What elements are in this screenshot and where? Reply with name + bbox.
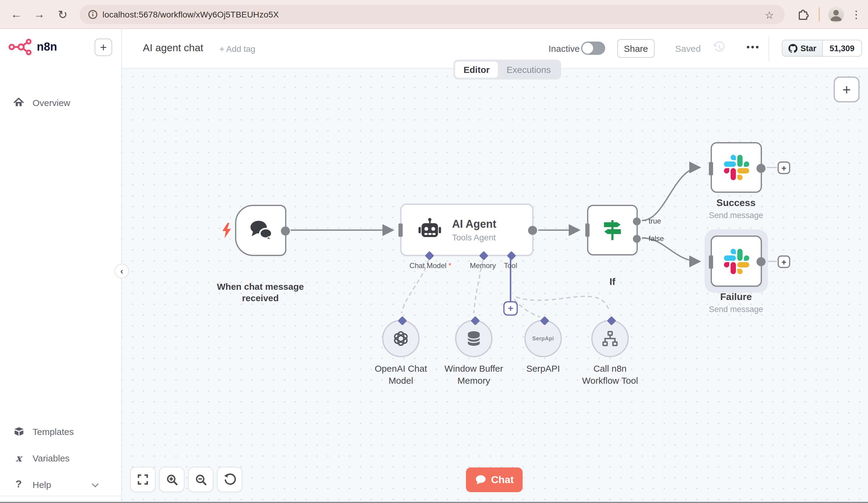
robot-icon xyxy=(417,217,442,242)
chat-button-label: Chat xyxy=(491,474,514,486)
input-port[interactable] xyxy=(709,255,713,269)
output-port-false[interactable] xyxy=(633,235,641,243)
new-workflow-button[interactable]: + xyxy=(95,39,112,56)
input-port[interactable] xyxy=(399,223,403,237)
zoom-in-button[interactable] xyxy=(159,467,185,492)
box-icon xyxy=(12,426,25,437)
sidebar-item-help[interactable]: ? Help xyxy=(0,475,122,493)
node-title: AI Agent xyxy=(452,218,496,230)
node-label-text: Success xyxy=(716,198,756,208)
workflow-menu-icon[interactable]: ●●● xyxy=(744,40,762,54)
node-label: When chat message received xyxy=(200,281,321,304)
n8n-logo[interactable]: n8n xyxy=(8,37,57,56)
node-chat-trigger[interactable] xyxy=(235,205,286,256)
node-subtitle: Tools Agent xyxy=(452,232,496,242)
output-label-false: false xyxy=(649,234,664,243)
add-next-node-button[interactable]: + xyxy=(778,161,790,174)
input-port[interactable] xyxy=(709,162,713,175)
output-port[interactable] xyxy=(281,227,290,235)
chat-bubbles-icon xyxy=(247,218,275,242)
subnode-label: SerpAPI xyxy=(510,363,576,374)
share-label: Share xyxy=(624,43,648,54)
version-history-icon xyxy=(712,41,726,56)
logo-text: n8n xyxy=(37,40,57,54)
node-success[interactable] xyxy=(711,142,762,193)
sidebar-collapse-button[interactable]: ‹ xyxy=(114,264,129,278)
browser-reload-icon[interactable]: ↻ xyxy=(54,0,72,29)
node-label: Failure Send message xyxy=(691,291,781,315)
sidebar-item-label: Templates xyxy=(32,426,74,437)
node-sublabel: Send message xyxy=(691,210,781,221)
add-tag-button[interactable]: + Add tag xyxy=(219,44,255,54)
add-next-node-button[interactable]: + xyxy=(778,255,790,268)
bookmark-star-icon[interactable]: ☆ xyxy=(765,9,774,22)
sidebar-item-label: Variables xyxy=(32,453,70,463)
trigger-bolt-icon xyxy=(220,222,233,242)
browser-back-icon[interactable]: ← xyxy=(7,0,25,29)
output-port-true[interactable] xyxy=(633,218,641,225)
sidebar-item-templates[interactable]: Templates xyxy=(0,422,122,440)
subnode-serpapi[interactable]: SerpApi xyxy=(524,320,562,357)
sidebar-item-variables[interactable]: x Variables xyxy=(0,449,122,467)
node-label: Success Send message xyxy=(691,197,781,221)
node-label-text: Failure xyxy=(720,292,752,302)
subnode-openai-chat-model[interactable] xyxy=(382,320,420,357)
sidebar-item-overview[interactable]: Overview xyxy=(0,93,122,112)
slack-icon xyxy=(724,155,749,180)
n8n-logo-icon xyxy=(8,37,32,56)
workflow-title[interactable]: AI agent chat xyxy=(143,42,203,54)
view-tabs: Editor Executions xyxy=(453,60,561,80)
activate-toggle[interactable] xyxy=(581,42,605,55)
port-label-tool: Tool xyxy=(480,261,541,270)
node-sublabel: Send message xyxy=(691,304,781,315)
add-tool-button[interactable]: + xyxy=(503,301,518,316)
node-if[interactable] xyxy=(587,205,638,255)
node-failure[interactable] xyxy=(711,235,762,287)
chat-button[interactable]: Chat xyxy=(466,468,523,492)
github-star-label: Star xyxy=(800,44,816,53)
header-divider xyxy=(768,36,769,61)
zoom-in-icon xyxy=(165,473,178,486)
extensions-icon[interactable] xyxy=(797,8,809,23)
subnode-label: OpenAI Chat Model xyxy=(368,363,434,386)
reset-zoom-button[interactable] xyxy=(217,467,242,492)
port-label-text: Chat Model xyxy=(410,261,447,270)
node-ai-agent[interactable]: AI Agent Tools Agent xyxy=(400,203,534,256)
sidebar-divider xyxy=(0,496,122,496)
browser-menu-icon[interactable]: ⋮ xyxy=(851,0,861,29)
site-info-icon[interactable] xyxy=(88,10,98,19)
fit-view-icon xyxy=(137,473,149,485)
chat-bubble-icon xyxy=(475,475,486,485)
address-bar[interactable]: localhost:5678/workflow/xWy6Oj5TBEUHzo5X… xyxy=(80,5,785,24)
slack-icon xyxy=(724,249,749,274)
sidebar-item-label: Overview xyxy=(32,97,70,107)
share-button[interactable]: Share xyxy=(617,39,654,58)
tab-editor[interactable]: Editor xyxy=(455,61,498,78)
home-icon xyxy=(12,97,25,108)
question-mark-icon: ? xyxy=(12,478,25,490)
output-port[interactable] xyxy=(756,164,765,173)
browser-forward-icon[interactable]: → xyxy=(30,0,48,29)
variable-x-icon: x xyxy=(12,452,25,463)
fit-view-button[interactable] xyxy=(130,467,156,492)
node-label: If xyxy=(582,276,643,287)
output-port[interactable] xyxy=(756,257,765,266)
browser-profile-avatar[interactable] xyxy=(828,7,844,22)
zoom-out-button[interactable] xyxy=(188,467,214,492)
tab-executions[interactable]: Executions xyxy=(498,61,559,78)
add-node-button[interactable]: + xyxy=(834,76,860,102)
output-label-true: true xyxy=(649,217,661,225)
subnode-call-n8n-workflow-tool[interactable] xyxy=(591,320,629,357)
github-star-count[interactable]: 51,309 xyxy=(823,40,861,56)
plus-glyph: + xyxy=(100,41,107,54)
github-octocat-icon xyxy=(788,44,797,53)
output-port[interactable] xyxy=(528,226,537,235)
subnode-window-buffer-memory[interactable] xyxy=(455,320,493,357)
screen-bottom-edge xyxy=(0,502,868,503)
github-star-widget[interactable]: Star 51,309 xyxy=(782,40,862,56)
signpost-icon xyxy=(600,219,624,242)
openai-icon xyxy=(391,328,411,349)
input-port[interactable] xyxy=(585,223,590,237)
true-tick xyxy=(643,220,646,221)
github-star-button[interactable]: Star xyxy=(783,40,823,56)
